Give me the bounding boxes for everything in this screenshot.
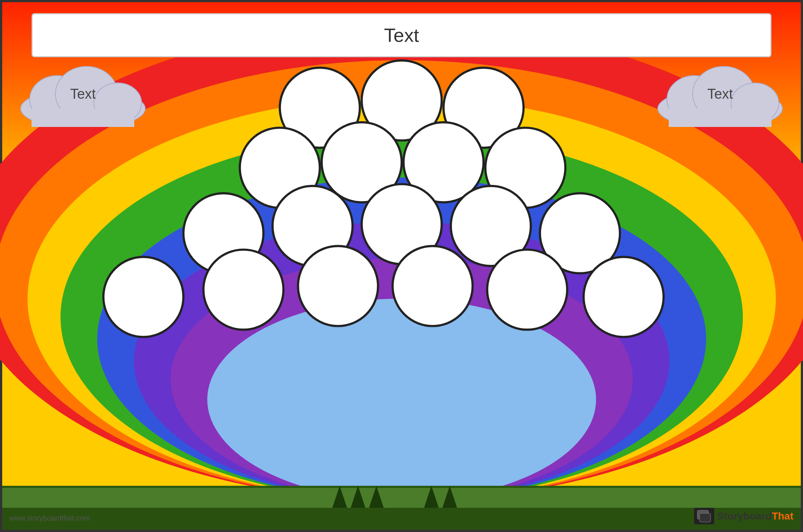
tree-1	[332, 486, 347, 508]
logo-icon	[694, 508, 714, 524]
cloud-left-label: Text	[70, 86, 96, 102]
canvas: Text Text Text	[0, 0, 803, 532]
cloud-right[interactable]: Text	[650, 61, 790, 127]
logo-brand: Storyboard	[717, 510, 772, 522]
title-text: Text	[384, 24, 419, 46]
ground	[2, 486, 801, 530]
logo-brand2: That	[772, 510, 793, 522]
cloud-right-label: Text	[707, 86, 733, 102]
title-box[interactable]: Text	[32, 13, 771, 57]
tree-3	[369, 486, 384, 508]
svg-rect-11	[700, 513, 711, 522]
tree-5	[442, 486, 457, 508]
logo-text: StoryboardThat	[717, 510, 793, 522]
tree-2	[351, 486, 365, 508]
cloud-left[interactable]: Text	[13, 61, 153, 127]
logo-icon-svg	[697, 510, 711, 522]
logo-area: StoryboardThat	[694, 508, 793, 524]
website-url: www.storyboardthat.com	[10, 514, 90, 522]
svg-rect-9	[669, 109, 771, 127]
tree-4	[424, 486, 439, 508]
arc-lightblue	[207, 299, 596, 500]
ground-dark	[2, 508, 801, 530]
svg-rect-4	[32, 109, 134, 127]
